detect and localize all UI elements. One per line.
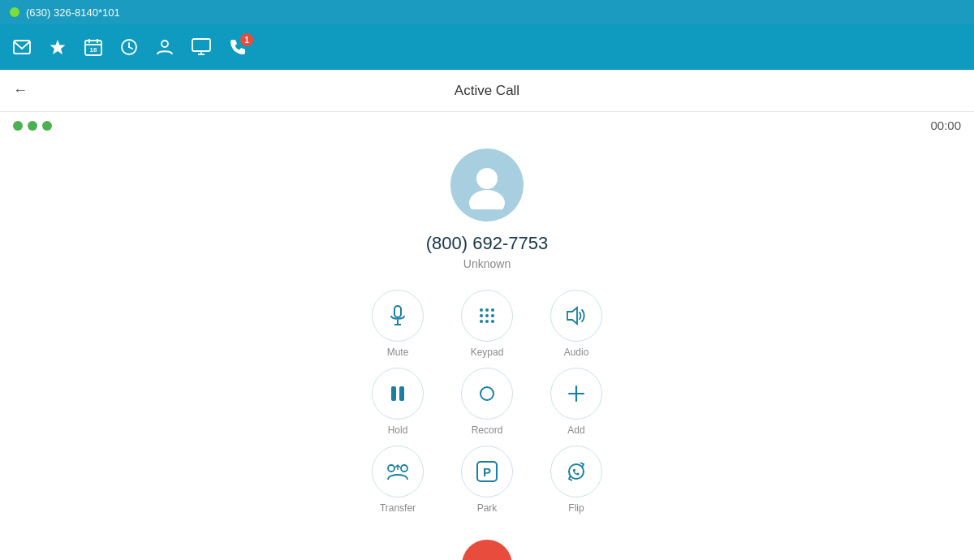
add-button-wrap: Add xyxy=(540,368,613,436)
record-button[interactable] xyxy=(461,368,513,420)
call-area: (800) 692-7753 Unknown Mute xyxy=(0,139,974,560)
status-dot xyxy=(10,7,19,17)
audio-label: Audio xyxy=(564,347,589,358)
svg-point-34 xyxy=(388,465,394,472)
svg-point-15 xyxy=(469,190,505,209)
avatar xyxy=(450,149,524,222)
audio-button-wrap: Audio xyxy=(540,290,613,358)
svg-point-22 xyxy=(480,314,483,317)
svg-rect-0 xyxy=(14,41,30,54)
page-title: Active Call xyxy=(455,83,519,99)
park-button-wrap: P Park xyxy=(450,446,524,514)
end-call-button[interactable] xyxy=(462,540,512,560)
nav-person-icon[interactable] xyxy=(156,38,174,56)
status-bar: (630) 326-8140*101 xyxy=(0,0,974,24)
svg-point-19 xyxy=(480,308,483,312)
audio-button[interactable] xyxy=(550,290,602,342)
transfer-button-wrap: Transfer xyxy=(361,446,434,514)
flip-button-wrap: Flip xyxy=(540,446,613,514)
park-button[interactable]: P xyxy=(461,446,513,498)
dot-2 xyxy=(28,121,37,131)
transfer-label: Transfer xyxy=(380,502,416,514)
hold-label: Hold xyxy=(388,424,408,436)
hold-button[interactable] xyxy=(372,368,424,420)
nav-mail-icon[interactable] xyxy=(13,40,31,54)
svg-point-10 xyxy=(162,41,168,47)
svg-text:18: 18 xyxy=(90,46,97,54)
nav-phone-badge: 1 xyxy=(240,33,253,46)
keypad-label: Keypad xyxy=(471,347,504,358)
svg-rect-29 xyxy=(391,386,396,401)
svg-point-23 xyxy=(485,314,489,317)
svg-rect-16 xyxy=(394,306,401,317)
flip-button[interactable] xyxy=(550,446,602,498)
svg-rect-30 xyxy=(399,386,404,401)
svg-point-27 xyxy=(491,320,494,323)
mute-label: Mute xyxy=(387,347,409,358)
svg-point-31 xyxy=(481,387,493,400)
svg-point-24 xyxy=(491,314,494,317)
svg-point-20 xyxy=(485,308,489,312)
nav-bar: 18 1 xyxy=(0,24,974,70)
svg-text:P: P xyxy=(483,465,491,479)
call-info-bar: 00:00 xyxy=(0,112,974,139)
svg-rect-11 xyxy=(192,39,210,51)
flip-label: Flip xyxy=(568,502,584,514)
call-dots xyxy=(13,121,52,131)
add-button[interactable] xyxy=(550,368,602,420)
svg-marker-28 xyxy=(567,308,577,324)
record-label: Record xyxy=(472,424,503,436)
dot-1 xyxy=(13,121,23,131)
keypad-button[interactable] xyxy=(461,290,513,342)
caller-name: Unknown xyxy=(463,257,511,270)
status-phone-number: (630) 326-8140*101 xyxy=(26,6,120,19)
svg-point-21 xyxy=(491,308,494,312)
mute-button[interactable] xyxy=(372,290,424,342)
call-timer: 00:00 xyxy=(930,118,961,132)
nav-star-icon[interactable] xyxy=(49,38,67,56)
keypad-button-wrap: Keypad xyxy=(450,290,524,358)
mute-button-wrap: Mute xyxy=(361,290,434,358)
hold-button-wrap: Hold xyxy=(361,368,434,436)
svg-line-9 xyxy=(129,47,132,49)
nav-phone-icon[interactable]: 1 xyxy=(229,38,247,56)
nav-clock-icon[interactable] xyxy=(120,38,138,56)
caller-number: (800) 692-7753 xyxy=(426,233,548,254)
record-button-wrap: Record xyxy=(450,368,524,436)
park-label: Park xyxy=(477,502,498,514)
nav-monitor-icon[interactable] xyxy=(192,38,211,56)
add-label: Add xyxy=(567,424,584,436)
svg-marker-1 xyxy=(50,40,66,54)
svg-point-26 xyxy=(485,320,489,323)
svg-point-14 xyxy=(476,168,498,189)
svg-point-25 xyxy=(480,320,483,323)
back-button[interactable]: ← xyxy=(13,82,28,99)
transfer-button[interactable] xyxy=(372,446,424,498)
nav-calendar-icon[interactable]: 18 xyxy=(84,38,102,56)
button-grid: Mute Keypad xyxy=(361,290,613,514)
svg-point-35 xyxy=(401,465,407,472)
dot-3 xyxy=(42,121,52,131)
header: ← Active Call xyxy=(0,70,974,112)
